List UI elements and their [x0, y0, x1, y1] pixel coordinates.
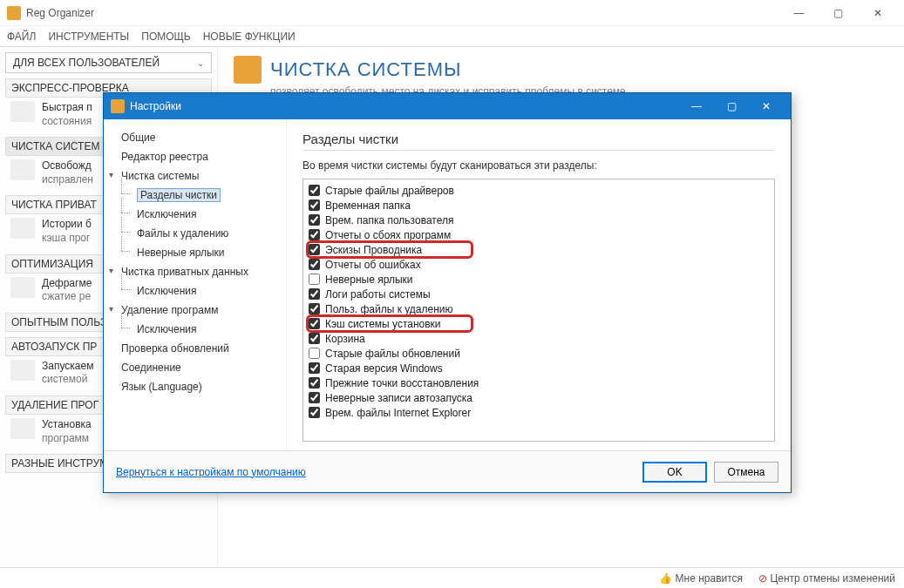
menu-help[interactable]: ПОМОЩЬ [141, 30, 190, 43]
check-box[interactable] [309, 244, 320, 255]
sidebar-item-title: Быстрая п [42, 101, 92, 115]
settings-dialog: Настройки — ▢ ✕ ОбщиеРедактор реестраЧис… [103, 92, 792, 493]
statusbar: Мне нравится Центр отмены изменений [0, 567, 904, 588]
check-box[interactable] [309, 274, 320, 285]
sidebar-item-sub: состояния [42, 115, 92, 129]
sidebar-item-sub: кэша прог [42, 232, 92, 246]
sidebar-item-icon [10, 159, 35, 180]
tree-item-label: Исключения [137, 208, 197, 220]
main-titlebar: Reg Organizer — ▢ ✕ [0, 0, 904, 26]
tree-item[interactable]: Чистка системы [109, 166, 281, 186]
check-label: Логи работы системы [325, 288, 431, 301]
tree-item[interactable]: Исключения [109, 281, 281, 301]
check-box[interactable] [309, 377, 320, 389]
check-row[interactable]: Старые файлы обновлений [309, 346, 769, 361]
check-row[interactable]: Врем. папка пользователя [309, 213, 769, 227]
tree-item[interactable]: Соединение [109, 358, 281, 377]
sidebar-item-title: Установка [42, 418, 92, 432]
check-box[interactable] [309, 362, 320, 374]
sidebar-item-icon [10, 277, 35, 298]
dialog-maximize-button[interactable]: ▢ [714, 93, 749, 119]
check-row[interactable]: Временная папка [309, 198, 769, 213]
check-box[interactable] [309, 303, 320, 314]
check-label: Прежние точки восстановления [325, 377, 479, 389]
dialog-close-button[interactable]: ✕ [749, 93, 784, 119]
check-box[interactable] [309, 348, 320, 359]
check-box[interactable] [309, 318, 320, 329]
close-button[interactable]: ✕ [858, 0, 897, 26]
check-label: Неверные записи автозапуска [325, 392, 472, 404]
check-label: Старые файлы драйверов [325, 185, 454, 197]
maximize-button[interactable]: ▢ [819, 0, 858, 26]
undo-center[interactable]: Центр отмены изменений [758, 572, 895, 585]
page-title: ЧИСТКА СИСТЕМЫ [270, 58, 461, 81]
tree-item[interactable]: Исключения [109, 205, 281, 224]
menu-file[interactable]: ФАЙЛ [7, 30, 36, 43]
check-box[interactable] [309, 199, 320, 211]
tree-item[interactable]: Файлы к удалению [109, 224, 281, 243]
tree-item-label: Чистка системы [121, 170, 199, 182]
sidebar-item-title: Освобожд [42, 159, 93, 173]
tree-item[interactable]: Удаление программ [109, 301, 281, 320]
check-box[interactable] [309, 407, 320, 418]
cleanup-sections-list[interactable]: Старые файлы драйверовВременная папкаВре… [302, 179, 775, 442]
check-box[interactable] [309, 288, 320, 300]
window-title: Reg Organizer [26, 7, 94, 19]
check-label: Корзина [325, 333, 365, 345]
dialog-title: Настройки [130, 100, 181, 112]
tree-item-label: Редактор реестра [121, 151, 208, 163]
content-description: Во время чистки системы будут сканироват… [302, 159, 775, 172]
check-row[interactable]: Эскизы Проводника [309, 242, 769, 257]
check-row[interactable]: Врем. файлы Internet Explorer [309, 405, 769, 420]
main-menu: ФАЙЛ ИНСТРУМЕНТЫ ПОМОЩЬ НОВЫЕ ФУНКЦИИ [0, 26, 904, 47]
check-row[interactable]: Польз. файлы к удалению [309, 301, 769, 316]
tree-item[interactable]: Язык (Language) [109, 377, 281, 396]
page-icon [234, 56, 262, 84]
check-row[interactable]: Неверные записи автозапуска [309, 390, 769, 405]
settings-tree[interactable]: ОбщиеРедактор реестраЧистка системыРазде… [104, 119, 287, 450]
tree-item[interactable]: Неверные ярлыки [109, 243, 281, 262]
sidebar-item-icon [10, 418, 35, 439]
sidebar-item-sub: программ [42, 432, 92, 446]
tree-item[interactable]: Редактор реестра [109, 147, 281, 166]
check-box[interactable] [309, 259, 320, 270]
check-box[interactable] [309, 333, 320, 344]
check-box[interactable] [309, 185, 320, 196]
cancel-button[interactable]: Отмена [714, 462, 778, 483]
tree-item[interactable]: Чистка приватных данных [109, 262, 281, 281]
check-row[interactable]: Корзина [309, 331, 769, 346]
dialog-minimize-button[interactable]: — [679, 93, 714, 119]
tree-item[interactable]: Общие [109, 128, 281, 147]
check-row[interactable]: Неверные ярлыки [309, 272, 769, 287]
tree-item-label: Язык (Language) [121, 381, 202, 393]
check-row[interactable]: Логи работы системы [309, 287, 769, 301]
check-box[interactable] [309, 392, 320, 403]
like-button[interactable]: Мне нравится [659, 572, 743, 585]
tree-item-label: Удаление программ [121, 304, 218, 316]
check-box[interactable] [309, 214, 320, 226]
check-row[interactable]: Отчеты о сбоях программ [309, 227, 769, 242]
check-label: Неверные ярлыки [325, 274, 413, 286]
sidebar-item-icon [10, 101, 35, 122]
check-row[interactable]: Кэш системы установки [309, 316, 769, 331]
check-row[interactable]: Отчеты об ошибках [309, 257, 769, 272]
check-row[interactable]: Прежние точки восстановления [309, 375, 769, 390]
tree-item[interactable]: Исключения [109, 320, 281, 339]
tree-item-label: Общие [121, 132, 155, 144]
check-label: Старые файлы обновлений [325, 348, 460, 360]
sidebar-item-title: Запускаем [42, 360, 93, 374]
check-box[interactable] [309, 229, 320, 240]
check-row[interactable]: Старые файлы драйверов [309, 183, 769, 198]
minimize-button[interactable]: — [779, 0, 819, 26]
reset-defaults-link[interactable]: Вернуться к настройкам по умолчанию [116, 466, 306, 478]
tree-item[interactable]: Проверка обновлений [109, 339, 281, 358]
sidebar-item-title: Истории б [42, 218, 92, 232]
check-label: Врем. файлы Internet Explorer [325, 407, 471, 419]
check-row[interactable]: Старая версия Windows [309, 361, 769, 375]
menu-new[interactable]: НОВЫЕ ФУНКЦИИ [203, 30, 296, 43]
ok-button[interactable]: OK [642, 462, 707, 483]
tree-item[interactable]: Разделы чистки [109, 186, 281, 205]
menu-tools[interactable]: ИНСТРУМЕНТЫ [48, 30, 129, 43]
user-selector[interactable]: ДЛЯ ВСЕХ ПОЛЬЗОВАТЕЛЕЙ ⌄ [5, 52, 212, 73]
chevron-down-icon: ⌄ [197, 58, 204, 68]
